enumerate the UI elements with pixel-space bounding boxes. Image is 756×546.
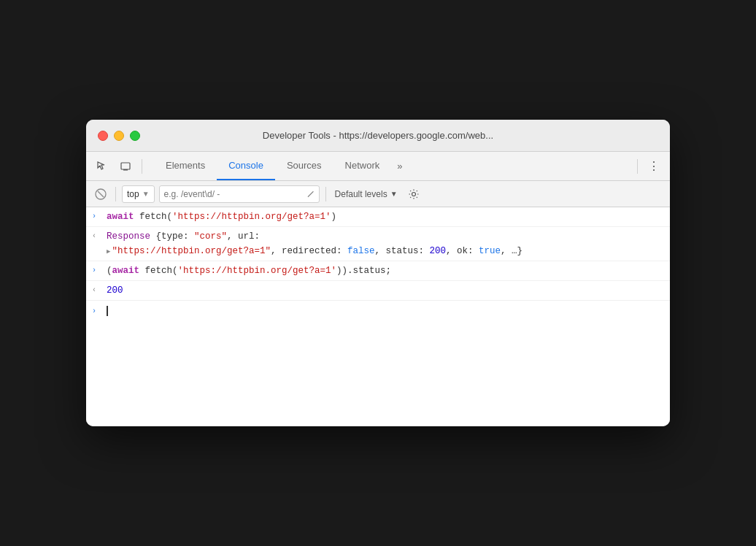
cursor	[107, 306, 108, 316]
traffic-lights	[98, 131, 140, 141]
console-input-line[interactable]: ›	[86, 301, 670, 321]
line-content: await fetch('https://httpbin.org/get?a=1…	[107, 209, 664, 224]
inspect-icon	[96, 161, 108, 172]
input-arrow: ›	[92, 264, 107, 277]
close-button[interactable]	[98, 131, 108, 141]
title-bar: Developer Tools - https://developers.goo…	[86, 120, 670, 152]
svg-point-5	[412, 192, 415, 196]
output-arrow: ‹	[92, 229, 107, 242]
line-content-cont: ▶"https://httpbin.org/get?a=1", redirect…	[107, 244, 664, 258]
toolbar-divider	[142, 159, 142, 174]
more-tabs-button[interactable]: »	[391, 152, 408, 180]
tab-list: Elements Console Sources Network »	[148, 152, 631, 180]
main-toolbar: Elements Console Sources Network » ⋮	[86, 152, 670, 181]
filter-input-wrapper	[159, 185, 320, 203]
prompt-area[interactable]	[107, 304, 664, 318]
input-arrow: ›	[92, 209, 107, 223]
clear-icon	[95, 188, 107, 200]
console-line: › await fetch('https://httpbin.org/get?a…	[86, 207, 670, 227]
devtools-window: Developer Tools - https://developers.goo…	[86, 120, 670, 426]
context-selector[interactable]: top ▼	[122, 185, 155, 203]
output-arrow: ‹	[92, 283, 107, 296]
devtools-menu-button[interactable]: ⋮	[644, 156, 664, 177]
toolbar-divider-2	[637, 159, 638, 174]
svg-line-4	[308, 191, 313, 196]
console-line: ‹ 200	[86, 281, 670, 301]
tab-console[interactable]: Console	[217, 152, 275, 180]
console-output: › await fetch('https://httpbin.org/get?a…	[86, 207, 670, 426]
console-line: ‹ Response {type: "cors", url: ▶"https:/…	[86, 227, 670, 261]
console-divider	[115, 187, 116, 201]
console-settings-button[interactable]	[405, 185, 423, 203]
filter-input-icon	[307, 191, 314, 198]
window-title: Developer Tools - https://developers.goo…	[263, 130, 493, 141]
line-content: (await fetch('https://httpbin.org/get?a=…	[107, 264, 664, 278]
tab-sources[interactable]: Sources	[275, 152, 333, 180]
svg-rect-0	[121, 163, 130, 169]
log-levels-button[interactable]: Default levels ▼	[332, 188, 401, 201]
svg-rect-1	[123, 169, 128, 171]
tab-network[interactable]: Network	[333, 152, 392, 180]
prompt-arrow: ›	[92, 304, 107, 318]
console-line: › (await fetch('https://httpbin.org/get?…	[86, 261, 670, 281]
line-content: Response {type: "cors", url:	[107, 229, 664, 244]
inspect-element-button[interactable]	[92, 156, 112, 177]
line-content: 200	[107, 283, 664, 298]
filter-input[interactable]	[164, 189, 305, 199]
console-toolbar: top ▼ Default levels ▼	[86, 181, 670, 207]
maximize-button[interactable]	[130, 131, 140, 141]
minimize-button[interactable]	[114, 131, 124, 141]
clear-console-button[interactable]	[92, 185, 109, 203]
device-icon	[120, 161, 131, 172]
settings-icon	[408, 188, 420, 200]
device-toolbar-button[interactable]	[115, 156, 136, 177]
tab-elements[interactable]: Elements	[154, 152, 217, 180]
svg-line-3	[98, 191, 104, 197]
console-divider-2	[325, 187, 326, 201]
